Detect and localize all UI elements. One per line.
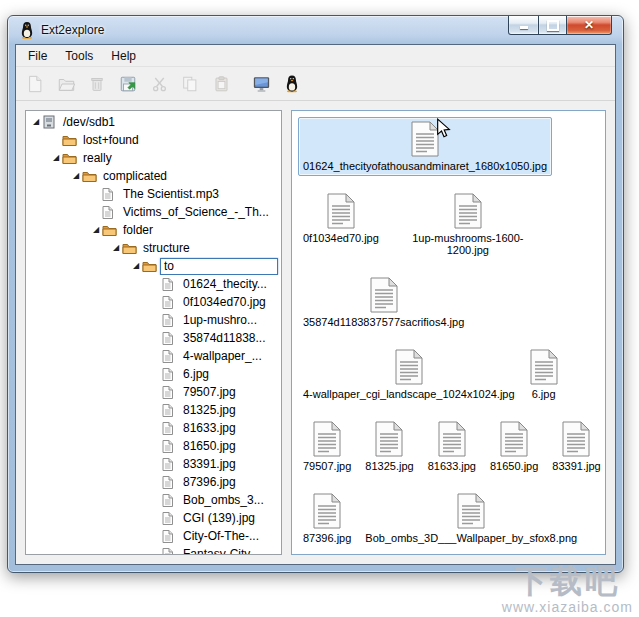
file-item[interactable]: 81650.jpg [485,417,543,476]
menu-help[interactable]: Help [102,46,145,66]
close-button[interactable]: ✕ [566,16,612,35]
about-button[interactable] [277,69,307,98]
menu-file[interactable]: File [19,46,56,66]
tree-item[interactable]: 81325.jpg [26,401,281,419]
tree-item[interactable]: 01624_thecity... [26,275,281,293]
expand-arrow-icon[interactable] [30,118,42,126]
file-view[interactable]: 01624_thecityofathousandminaret_1680x105… [291,110,606,555]
file-name: 87396.jpg [303,532,351,544]
paste-icon [213,75,230,93]
tree-item[interactable]: 83391.jpg [26,455,281,473]
tree-item[interactable]: lost+found [26,131,281,149]
tree-item[interactable]: CGI (139).jpg [26,509,281,527]
tree-item[interactable]: 0f1034ed70.jpg [26,293,281,311]
drive-icon [42,115,60,129]
tree-item[interactable]: Fantasy-City_... [26,545,281,555]
tree-item[interactable]: to [26,257,281,275]
tree-item[interactable]: really [26,149,281,167]
tree-item[interactable]: /dev/sdb1 [26,113,281,131]
paste-button[interactable] [206,69,236,98]
tree-item[interactable]: 79507.jpg [26,383,281,401]
tree-item-label: 0f1034ed70.jpg [180,295,269,309]
file-name: 81325.jpg [365,460,413,472]
mouse-cursor-icon [436,118,451,143]
tree-rename-input[interactable]: to [160,258,278,275]
tree-item[interactable]: folder [26,221,281,239]
folder-icon [62,134,80,147]
cut-button[interactable] [144,69,174,98]
file-row: 35874d1183837577sacrifios4.jpg [298,273,599,332]
expand-arrow-icon[interactable] [130,262,142,270]
delete-button[interactable] [82,69,112,98]
caption-buttons: ✕ [509,16,612,35]
tree-item[interactable]: The Scientist.mp3 [26,185,281,203]
tree-item-label: 6.jpg [180,367,212,381]
tree-item-label: 87396.jpg [180,475,239,489]
close-icon: ✕ [584,19,594,31]
save-button[interactable] [113,69,143,98]
maximize-button[interactable] [538,16,567,35]
trash-icon [89,75,105,93]
file-item[interactable]: 1up-mushrooms-1600-1200.jpg [388,189,548,260]
tree-view[interactable]: /dev/sdb1lost+foundreallycomplicatedThe … [25,110,282,555]
tree-item-label: City-Of-The-... [180,529,262,543]
titlebar[interactable]: Ext2explore ✕ [8,16,623,44]
desktop: Ext2explore ✕ File Tools Help [0,0,639,617]
tree-item[interactable]: Bob_ombs_3... [26,491,281,509]
tree-item[interactable]: complicated [26,167,281,185]
folder-icon [142,260,160,273]
file-item[interactable]: 81633.jpg [423,417,481,476]
file-item[interactable]: 87396.jpg [298,489,356,548]
tree-item[interactable]: 81633.jpg [26,419,281,437]
file-icon [162,296,180,309]
folder-icon [102,224,120,237]
tree-item-label: 35874d11838... [180,331,269,345]
tree-item[interactable]: City-Of-The-... [26,527,281,545]
expand-arrow-icon[interactable] [70,172,82,180]
tree-item-label: 83391.jpg [180,457,239,471]
document-icon [499,421,529,457]
view-button[interactable] [246,69,276,98]
copy-icon [181,75,199,93]
expand-arrow-icon[interactable] [90,226,102,234]
window-body: File Tools Help /dev/sdb1lost+foundreall… [15,44,616,565]
toolbar [16,67,615,101]
tree-item[interactable]: 6.jpg [26,365,281,383]
tree-item[interactable]: 81650.jpg [26,437,281,455]
expand-arrow-icon[interactable] [50,154,62,162]
folder-icon [82,170,100,183]
expand-arrow-icon[interactable] [110,244,122,252]
new-button[interactable] [20,69,50,98]
copy-button[interactable] [175,69,205,98]
watermark-logo-text: 下载吧 [502,565,633,599]
tree-item[interactable]: 87396.jpg [26,473,281,491]
tree-item[interactable]: 1up-mushro... [26,311,281,329]
file-item[interactable]: 0f1034ed70.jpg [298,189,384,248]
folder-icon [62,152,80,165]
folder-icon [122,242,140,255]
open-button[interactable] [51,69,81,98]
file-row: 4-wallpaper_cgi_landscape_1024x1024.jpg6… [298,345,599,404]
tree-item-label: really [80,151,115,165]
tree-item[interactable]: structure [26,239,281,257]
file-item[interactable]: 6.jpg [524,345,564,404]
file-item[interactable]: 81325.jpg [360,417,418,476]
file-item[interactable]: 35874d1183837577sacrifios4.jpg [298,273,469,332]
tree-item[interactable]: 35874d11838... [26,329,281,347]
file-item[interactable]: 4-wallpaper_cgi_landscape_1024x1024.jpg [298,345,520,404]
file-row: 0f1034ed70.jpg1up-mushrooms-1600-1200.jp… [298,189,599,260]
file-icon [162,548,180,556]
file-item[interactable]: 01624_thecityofathousandminaret_1680x105… [298,117,552,176]
document-icon [394,349,424,385]
file-item[interactable]: 79507.jpg [298,417,356,476]
file-item[interactable]: 83391.jpg [547,417,605,476]
file-item[interactable]: Bob_ombs_3D___Wallpaper_by_sfox8.png [360,489,582,548]
minimize-button[interactable] [508,16,539,35]
scissors-icon [151,75,168,93]
file-row: 87396.jpgBob_ombs_3D___Wallpaper_by_sfox… [298,489,599,548]
tree-item[interactable]: 4-wallpaper_... [26,347,281,365]
menu-tools[interactable]: Tools [56,46,102,66]
tree-item-label: 79507.jpg [180,385,239,399]
new-file-icon [26,75,44,93]
tree-item[interactable]: Victims_of_Science_-_Th... [26,203,281,221]
